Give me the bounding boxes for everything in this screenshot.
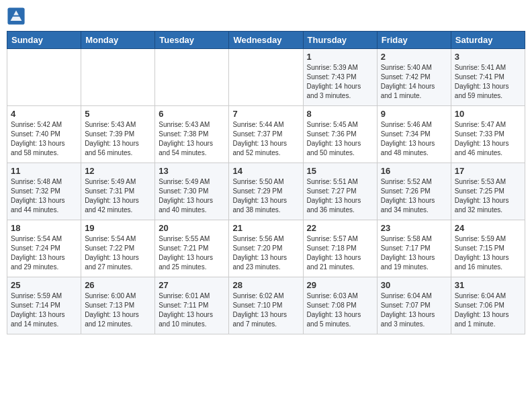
day-cell: 28Sunrise: 6:02 AM Sunset: 7:10 PM Dayli…: [229, 277, 303, 334]
week-row-5: 25Sunrise: 5:59 AM Sunset: 7:14 PM Dayli…: [7, 277, 525, 334]
day-info: Sunrise: 5:55 AM Sunset: 7:21 PM Dayligh…: [159, 234, 225, 272]
day-cell: 29Sunrise: 6:03 AM Sunset: 7:08 PM Dayli…: [303, 277, 377, 334]
day-info: Sunrise: 5:54 AM Sunset: 7:24 PM Dayligh…: [11, 234, 77, 272]
day-number: 24: [455, 223, 521, 233]
day-cell: 16Sunrise: 5:52 AM Sunset: 7:26 PM Dayli…: [377, 163, 451, 220]
day-cell: 8Sunrise: 5:45 AM Sunset: 7:36 PM Daylig…: [303, 106, 377, 163]
day-cell: 26Sunrise: 6:00 AM Sunset: 7:13 PM Dayli…: [81, 277, 155, 334]
day-cell: [7, 49, 81, 106]
week-row-3: 11Sunrise: 5:48 AM Sunset: 7:32 PM Dayli…: [7, 163, 525, 220]
day-cell: 24Sunrise: 5:59 AM Sunset: 7:15 PM Dayli…: [451, 220, 525, 277]
day-number: 16: [381, 166, 447, 176]
day-number: 27: [159, 280, 225, 290]
header-cell-wednesday: Wednesday: [229, 32, 303, 49]
day-cell: 27Sunrise: 6:01 AM Sunset: 7:11 PM Dayli…: [155, 277, 229, 334]
day-cell: 11Sunrise: 5:48 AM Sunset: 7:32 PM Dayli…: [7, 163, 81, 220]
header-cell-sunday: Sunday: [7, 32, 81, 49]
day-cell: 9Sunrise: 5:46 AM Sunset: 7:34 PM Daylig…: [377, 106, 451, 163]
day-info: Sunrise: 5:43 AM Sunset: 7:38 PM Dayligh…: [159, 120, 225, 158]
day-cell: 30Sunrise: 6:04 AM Sunset: 7:07 PM Dayli…: [377, 277, 451, 334]
day-info: Sunrise: 5:49 AM Sunset: 7:30 PM Dayligh…: [159, 177, 225, 215]
day-cell: 2Sunrise: 5:40 AM Sunset: 7:42 PM Daylig…: [377, 49, 451, 106]
day-number: 3: [455, 52, 521, 62]
day-info: Sunrise: 5:59 AM Sunset: 7:15 PM Dayligh…: [455, 234, 521, 272]
day-cell: 5Sunrise: 5:43 AM Sunset: 7:39 PM Daylig…: [81, 106, 155, 163]
day-number: 25: [11, 280, 77, 290]
header-cell-monday: Monday: [81, 32, 155, 49]
day-info: Sunrise: 5:39 AM Sunset: 7:43 PM Dayligh…: [307, 63, 373, 101]
calendar-header: SundayMondayTuesdayWednesdayThursdayFrid…: [7, 32, 525, 49]
day-cell: 22Sunrise: 5:57 AM Sunset: 7:18 PM Dayli…: [303, 220, 377, 277]
day-number: 5: [85, 109, 151, 119]
header-cell-tuesday: Tuesday: [155, 32, 229, 49]
day-cell: [81, 49, 155, 106]
day-cell: 15Sunrise: 5:51 AM Sunset: 7:27 PM Dayli…: [303, 163, 377, 220]
day-info: Sunrise: 5:44 AM Sunset: 7:37 PM Dayligh…: [232, 120, 299, 158]
day-number: 10: [455, 109, 521, 119]
day-cell: 13Sunrise: 5:49 AM Sunset: 7:30 PM Dayli…: [155, 163, 229, 220]
day-info: Sunrise: 5:53 AM Sunset: 7:25 PM Dayligh…: [455, 177, 521, 215]
day-info: Sunrise: 5:54 AM Sunset: 7:22 PM Dayligh…: [85, 234, 151, 272]
day-info: Sunrise: 6:00 AM Sunset: 7:13 PM Dayligh…: [85, 291, 151, 329]
day-number: 26: [85, 280, 151, 290]
header-cell-saturday: Saturday: [451, 32, 525, 49]
day-cell: 25Sunrise: 5:59 AM Sunset: 7:14 PM Dayli…: [7, 277, 81, 334]
day-number: 21: [232, 223, 299, 233]
day-info: Sunrise: 5:42 AM Sunset: 7:40 PM Dayligh…: [11, 120, 77, 158]
day-info: Sunrise: 5:40 AM Sunset: 7:42 PM Dayligh…: [381, 63, 447, 101]
day-cell: 19Sunrise: 5:54 AM Sunset: 7:22 PM Dayli…: [81, 220, 155, 277]
day-info: Sunrise: 5:43 AM Sunset: 7:39 PM Dayligh…: [85, 120, 151, 158]
day-cell: 6Sunrise: 5:43 AM Sunset: 7:38 PM Daylig…: [155, 106, 229, 163]
day-number: 22: [307, 223, 373, 233]
day-info: Sunrise: 6:01 AM Sunset: 7:11 PM Dayligh…: [159, 291, 225, 329]
day-info: Sunrise: 5:48 AM Sunset: 7:32 PM Dayligh…: [11, 177, 77, 215]
day-number: 20: [159, 223, 225, 233]
day-number: 1: [307, 52, 373, 62]
day-cell: 10Sunrise: 5:47 AM Sunset: 7:33 PM Dayli…: [451, 106, 525, 163]
day-info: Sunrise: 5:51 AM Sunset: 7:27 PM Dayligh…: [307, 177, 373, 215]
page-header: [7, 7, 525, 26]
day-info: Sunrise: 5:45 AM Sunset: 7:36 PM Dayligh…: [307, 120, 373, 158]
day-info: Sunrise: 5:58 AM Sunset: 7:17 PM Dayligh…: [381, 234, 447, 272]
day-number: 6: [159, 109, 225, 119]
day-number: 28: [232, 280, 299, 290]
day-number: 11: [11, 166, 77, 176]
logo: [7, 7, 27, 26]
day-cell: 21Sunrise: 5:56 AM Sunset: 7:20 PM Dayli…: [229, 220, 303, 277]
day-info: Sunrise: 5:46 AM Sunset: 7:34 PM Dayligh…: [381, 120, 447, 158]
day-number: 23: [381, 223, 447, 233]
day-cell: 23Sunrise: 5:58 AM Sunset: 7:17 PM Dayli…: [377, 220, 451, 277]
day-info: Sunrise: 5:50 AM Sunset: 7:29 PM Dayligh…: [232, 177, 299, 215]
day-cell: 17Sunrise: 5:53 AM Sunset: 7:25 PM Dayli…: [451, 163, 525, 220]
day-number: 18: [11, 223, 77, 233]
day-number: 13: [159, 166, 225, 176]
day-cell: 20Sunrise: 5:55 AM Sunset: 7:21 PM Dayli…: [155, 220, 229, 277]
header-row: SundayMondayTuesdayWednesdayThursdayFrid…: [7, 32, 525, 49]
day-cell: 3Sunrise: 5:41 AM Sunset: 7:41 PM Daylig…: [451, 49, 525, 106]
day-cell: 7Sunrise: 5:44 AM Sunset: 7:37 PM Daylig…: [229, 106, 303, 163]
day-number: 4: [11, 109, 77, 119]
day-number: 2: [381, 52, 447, 62]
day-info: Sunrise: 5:47 AM Sunset: 7:33 PM Dayligh…: [455, 120, 521, 158]
day-number: 9: [381, 109, 447, 119]
svg-rect-2: [12, 15, 19, 17]
day-number: 15: [307, 166, 373, 176]
header-cell-friday: Friday: [377, 32, 451, 49]
week-row-4: 18Sunrise: 5:54 AM Sunset: 7:24 PM Dayli…: [7, 220, 525, 277]
day-info: Sunrise: 5:57 AM Sunset: 7:18 PM Dayligh…: [307, 234, 373, 272]
day-info: Sunrise: 5:52 AM Sunset: 7:26 PM Dayligh…: [381, 177, 447, 215]
day-number: 12: [85, 166, 151, 176]
day-info: Sunrise: 5:59 AM Sunset: 7:14 PM Dayligh…: [11, 291, 77, 329]
day-cell: 12Sunrise: 5:49 AM Sunset: 7:31 PM Dayli…: [81, 163, 155, 220]
day-number: 8: [307, 109, 373, 119]
day-info: Sunrise: 5:56 AM Sunset: 7:20 PM Dayligh…: [232, 234, 299, 272]
day-number: 14: [232, 166, 299, 176]
day-cell: [229, 49, 303, 106]
day-number: 29: [307, 280, 373, 290]
logo-icon: [7, 7, 26, 26]
day-info: Sunrise: 6:03 AM Sunset: 7:08 PM Dayligh…: [307, 291, 373, 329]
calendar-table: SundayMondayTuesdayWednesdayThursdayFrid…: [7, 31, 525, 334]
day-info: Sunrise: 5:41 AM Sunset: 7:41 PM Dayligh…: [455, 63, 521, 101]
day-cell: [155, 49, 229, 106]
day-info: Sunrise: 5:49 AM Sunset: 7:31 PM Dayligh…: [85, 177, 151, 215]
